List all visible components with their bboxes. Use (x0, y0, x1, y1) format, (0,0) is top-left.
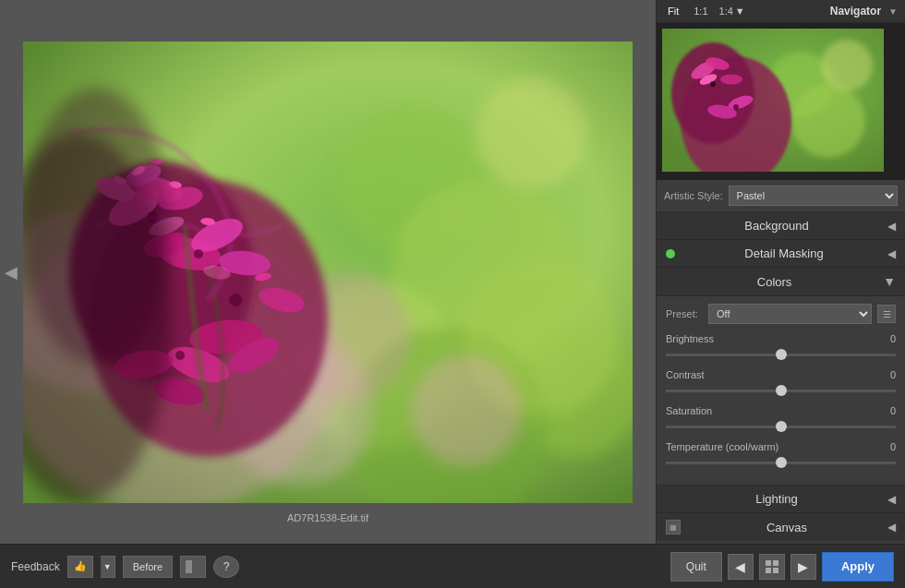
contrast-value: 0 (877, 369, 896, 380)
grid-view-button[interactable] (759, 554, 785, 580)
svg-rect-62 (766, 568, 771, 573)
temperature-slider[interactable] (666, 462, 896, 464)
background-section-header[interactable]: Background ◀ (657, 212, 905, 240)
svg-rect-58 (186, 560, 192, 573)
zoom-dropdown-arrow: ▼ (735, 6, 745, 17)
compare-button[interactable] (180, 556, 206, 578)
zoom-1-1-button[interactable]: 1:1 (690, 4, 711, 18)
before-button[interactable]: Before (123, 556, 173, 578)
preset-select[interactable]: Off (708, 304, 872, 324)
temperature-value: 0 (877, 441, 896, 452)
detail-masking-arrow: ◀ (887, 247, 896, 260)
saturation-value: 0 (877, 405, 896, 416)
brightness-slider[interactable] (666, 354, 896, 356)
detail-masking-label: Detail Masking (681, 246, 887, 260)
preset-menu-button[interactable]: ☰ (877, 305, 896, 323)
navigator-title: Navigator (830, 5, 881, 18)
svg-rect-63 (773, 568, 778, 573)
svg-point-3 (476, 78, 586, 189)
temperature-label: Temperature (cool/warm) (666, 441, 778, 452)
zoom-dropdown[interactable]: 1:4 ▼ (719, 6, 745, 17)
right-panel: Fit 1:1 1:4 ▼ Navigator ▼ (656, 0, 905, 544)
svg-point-43 (23, 88, 171, 365)
brightness-label: Brightness (666, 333, 714, 344)
contrast-slider-row: Contrast 0 (666, 369, 896, 398)
image-filename: AD7R1538-Edit.tif (287, 512, 368, 523)
brightness-slider-row: Brightness 0 (666, 333, 896, 362)
canvas-label: Canvas (686, 521, 887, 534)
zoom-1-4-label: 1:4 (719, 6, 733, 17)
prev-image-button[interactable]: ◀ (728, 554, 754, 580)
lighting-arrow: ◀ (887, 493, 896, 506)
svg-point-57 (733, 104, 739, 110)
colors-label: Colors (666, 275, 883, 289)
apply-button[interactable]: Apply (822, 552, 894, 582)
canvas-section-header[interactable]: ▦ Canvas ◀ (657, 512, 905, 541)
painting-image (23, 42, 633, 503)
svg-rect-59 (194, 560, 200, 573)
svg-point-38 (229, 294, 242, 306)
svg-point-56 (710, 81, 716, 87)
svg-point-46 (791, 84, 865, 158)
detail-masking-section-header[interactable]: Detail Masking ◀ (657, 240, 905, 268)
feedback-dropdown-button[interactable]: ▼ (101, 556, 115, 578)
brightness-value: 0 (877, 333, 896, 344)
saturation-slider[interactable] (666, 426, 896, 428)
lighting-section-header[interactable]: Lighting ◀ (657, 485, 905, 512)
svg-rect-60 (766, 560, 771, 566)
colors-arrow: ▼ (883, 274, 896, 289)
canvas-icon: ▦ (666, 520, 681, 534)
preset-label: Preset: (666, 308, 703, 319)
feedback-thumb-button[interactable]: 👍 (67, 556, 93, 578)
feedback-label: Feedback (11, 560, 60, 573)
svg-point-47 (821, 40, 873, 91)
canvas-panel: AD7R1538-Edit.tif ◀ (0, 0, 656, 544)
canvas-arrow: ◀ (887, 521, 896, 534)
next-image-button[interactable]: ▶ (790, 554, 816, 580)
left-panel-arrow[interactable]: ◀ (5, 262, 18, 282)
contrast-label: Contrast (666, 369, 705, 380)
saturation-label: Saturation (666, 405, 712, 416)
image-container: AD7R1538-Edit.tif (23, 42, 633, 503)
svg-rect-61 (773, 560, 778, 566)
artistic-style-select[interactable]: Pastel (729, 186, 898, 206)
help-button[interactable]: ? (213, 556, 239, 578)
saturation-slider-row: Saturation 0 (666, 405, 896, 434)
background-label: Background (666, 219, 887, 233)
lighting-label: Lighting (666, 492, 887, 506)
preset-row: Preset: Off ☰ (666, 304, 896, 324)
bottom-right-controls: Quit ◀ ▶ Apply (670, 552, 894, 582)
navigator-header: Fit 1:1 1:4 ▼ Navigator ▼ (657, 0, 905, 23)
quit-button[interactable]: Quit (670, 552, 722, 582)
zoom-fit-button[interactable]: Fit (664, 4, 682, 18)
artistic-style-label: Artistic Style: (664, 190, 723, 201)
navigator-chevron[interactable]: ▼ (888, 6, 898, 17)
svg-point-52 (720, 75, 742, 85)
bottom-bar: Feedback 👍 ▼ Before ? Quit ◀ ▶ Apply (0, 544, 905, 588)
colors-section-header[interactable]: Colors ▼ (657, 268, 905, 296)
svg-point-9 (411, 355, 522, 466)
background-arrow: ◀ (887, 220, 896, 233)
svg-point-39 (175, 351, 185, 360)
contrast-slider[interactable] (666, 390, 896, 392)
svg-point-37 (194, 249, 203, 258)
artistic-style-row: Artistic Style: Pastel (657, 180, 905, 212)
temperature-slider-row: Temperature (cool/warm) 0 (666, 441, 896, 470)
colors-content: Preset: Off ☰ Brightness 0 Contras (657, 296, 905, 485)
navigator-thumb-image (662, 29, 884, 172)
navigator-thumbnail-container (657, 23, 905, 180)
detail-masking-dot (666, 249, 675, 258)
